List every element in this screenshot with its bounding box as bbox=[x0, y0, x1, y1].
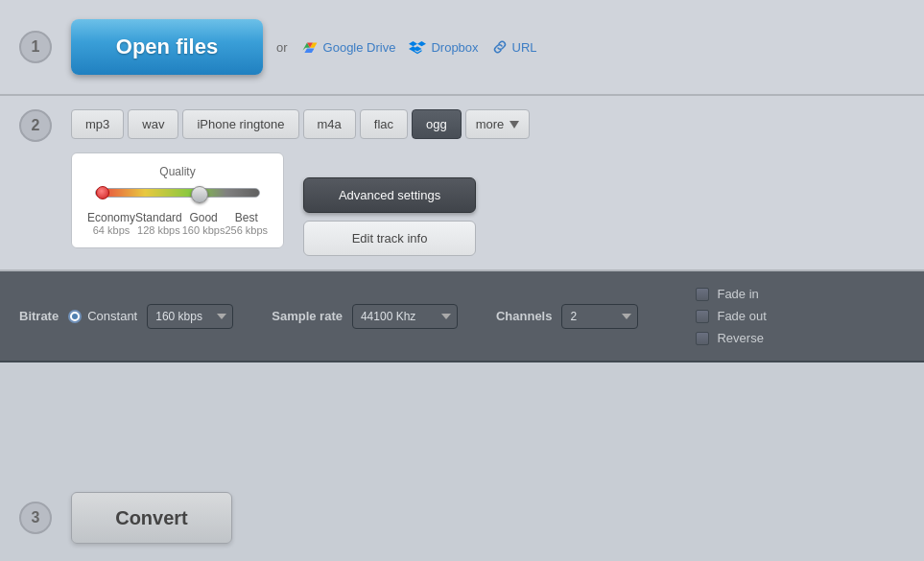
format-tab-iphone[interactable]: iPhone ringtone bbox=[182, 109, 298, 139]
marker-economy: Economy 64 kbps bbox=[87, 211, 135, 236]
marker-good-kbps: 160 kbps bbox=[182, 224, 225, 236]
sample-rate-label: Sample rate bbox=[272, 309, 343, 323]
dropbox-label: Dropbox bbox=[431, 40, 478, 55]
reverse-checkbox[interactable] bbox=[696, 332, 709, 345]
slider-container bbox=[95, 188, 260, 203]
fade-in-item[interactable]: Fade in bbox=[696, 287, 766, 301]
format-tab-m4a[interactable]: m4a bbox=[303, 109, 356, 139]
marker-economy-label: Economy bbox=[87, 211, 135, 224]
marker-good-label: Good bbox=[182, 211, 225, 224]
reverse-item[interactable]: Reverse bbox=[696, 331, 766, 345]
sample-rate-group: Sample rate 44100 Khz 22050 Khz 48000 Kh… bbox=[272, 304, 458, 329]
format-tab-mp3[interactable]: mp3 bbox=[71, 109, 124, 139]
bitrate-label: Bitrate bbox=[19, 309, 59, 323]
marker-best-kbps: 256 kbps bbox=[225, 224, 268, 236]
dropbox-icon bbox=[409, 38, 426, 56]
url-label: URL bbox=[512, 40, 537, 55]
marker-standard-kbps: 128 kbps bbox=[135, 224, 182, 236]
fade-in-label: Fade in bbox=[717, 287, 758, 301]
more-label: more bbox=[476, 117, 505, 131]
empty-area bbox=[0, 362, 924, 475]
marker-economy-kbps: 64 kbps bbox=[87, 224, 135, 236]
advanced-settings-panel: Bitrate Constant 160 kbps 128 kbps 192 k… bbox=[19, 287, 905, 345]
format-tab-wav[interactable]: wav bbox=[128, 109, 178, 139]
format-tabs: mp3 wav iPhone ringtone m4a flac ogg mor… bbox=[71, 109, 905, 139]
right-panel: Advanced settings Edit track info bbox=[303, 177, 476, 256]
format-tab-more[interactable]: more bbox=[465, 109, 531, 139]
quality-label: Quality bbox=[87, 165, 268, 178]
reverse-label: Reverse bbox=[717, 331, 763, 345]
effects-group: Fade in Fade out Reverse bbox=[696, 287, 766, 345]
quality-markers: Economy 64 kbps Standard 128 kbps Good 1… bbox=[87, 211, 268, 236]
constant-radio-group: Constant bbox=[68, 309, 137, 323]
format-tab-ogg[interactable]: ogg bbox=[412, 109, 462, 139]
advanced-settings-button[interactable]: Advanced settings bbox=[303, 177, 476, 213]
url-link[interactable]: URL bbox=[492, 39, 537, 55]
bitrate-select[interactable]: 160 kbps 128 kbps 192 kbps 256 kbps 320 … bbox=[147, 304, 233, 329]
or-label: or bbox=[276, 40, 288, 55]
convert-button[interactable]: Convert bbox=[71, 492, 232, 544]
step-2-number: 2 bbox=[19, 109, 52, 142]
fade-out-item[interactable]: Fade out bbox=[696, 309, 766, 323]
marker-best-label: Best bbox=[225, 211, 268, 224]
constant-label: Constant bbox=[87, 309, 137, 323]
google-drive-label: Google Drive bbox=[323, 40, 396, 55]
dropbox-link[interactable]: Dropbox bbox=[409, 38, 478, 56]
google-drive-icon bbox=[301, 38, 319, 56]
constant-radio[interactable] bbox=[68, 310, 82, 323]
channels-label: Channels bbox=[496, 309, 553, 323]
edit-track-button[interactable]: Edit track info bbox=[303, 221, 476, 256]
marker-standard: Standard 128 kbps bbox=[135, 211, 182, 236]
url-icon bbox=[492, 39, 508, 55]
svg-marker-0 bbox=[509, 121, 519, 129]
step-3-number: 3 bbox=[19, 502, 52, 534]
fade-out-checkbox[interactable] bbox=[696, 310, 709, 323]
chevron-down-icon bbox=[509, 121, 519, 129]
channels-group: Channels 2 1 bbox=[496, 304, 639, 329]
quality-slider[interactable] bbox=[95, 191, 260, 202]
google-drive-link[interactable]: Google Drive bbox=[301, 38, 396, 56]
convert-section: 3 Convert bbox=[0, 475, 924, 561]
marker-good: Good 160 kbps bbox=[182, 211, 225, 236]
marker-standard-label: Standard bbox=[135, 211, 182, 224]
format-tab-flac[interactable]: flac bbox=[360, 109, 408, 139]
open-files-button[interactable]: Open files bbox=[71, 19, 263, 75]
sample-rate-select[interactable]: 44100 Khz 22050 Khz 48000 Khz bbox=[352, 304, 458, 329]
radio-dot bbox=[72, 314, 78, 319]
fade-in-checkbox[interactable] bbox=[696, 288, 709, 301]
bitrate-group: Bitrate Constant 160 kbps 128 kbps 192 k… bbox=[19, 304, 233, 329]
step-1-number: 1 bbox=[19, 31, 52, 63]
fade-out-label: Fade out bbox=[717, 309, 766, 323]
channels-select[interactable]: 2 1 bbox=[561, 304, 638, 329]
quality-panel: Quality Economy 64 kbps bbox=[71, 152, 284, 248]
marker-best: Best 256 kbps bbox=[225, 211, 268, 236]
